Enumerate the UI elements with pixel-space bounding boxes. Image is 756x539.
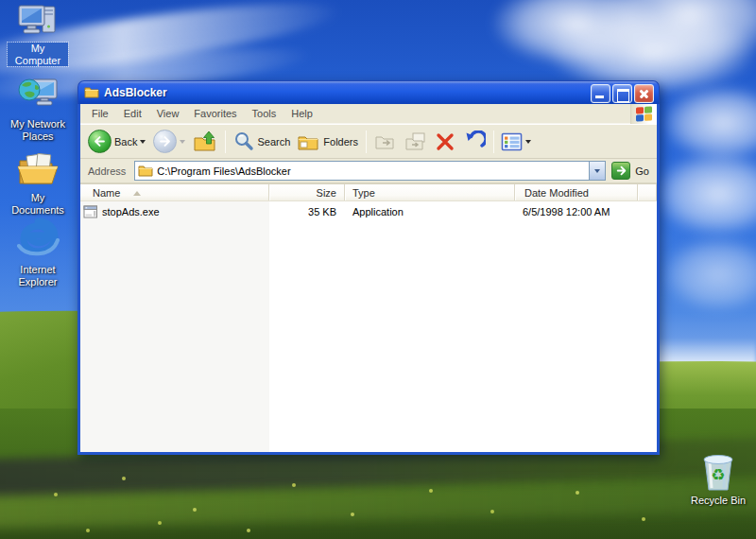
forward-circle-icon <box>153 130 177 153</box>
move-to-icon <box>374 131 397 152</box>
file-size: 35 KB <box>269 206 345 217</box>
desktop-icon-recycle-bin[interactable]: ♻ Recycle Bin <box>686 454 750 507</box>
toolbar: Back <box>80 124 657 159</box>
desktop: My Computer My Network Places <box>0 0 756 539</box>
search-label: Search <box>257 136 290 148</box>
go-arrow-icon <box>615 165 627 177</box>
address-bar: Address C:\Program Files\AdsBlocker <box>80 159 657 184</box>
desktop-icon-internet-explorer[interactable]: Internet Explorer <box>8 223 68 287</box>
toolbar-separator <box>225 130 226 153</box>
recycle-bin-icon: ♻ <box>699 454 737 492</box>
desktop-icon-label: Internet Explorer <box>8 264 68 287</box>
go-button[interactable] <box>611 162 630 180</box>
column-header-label: Size <box>317 187 336 199</box>
menu-tools[interactable]: Tools <box>245 105 284 122</box>
column-header-label: Name <box>93 187 120 199</box>
file-row[interactable]: stopAds.exe 35 KB Application 6/5/1998 1… <box>80 203 657 220</box>
toolbar-separator <box>493 130 494 153</box>
menu-file[interactable]: File <box>84 105 116 122</box>
application-file-icon <box>83 204 98 219</box>
up-button[interactable] <box>189 130 221 154</box>
delete-x-icon <box>435 131 455 152</box>
go-group: Go <box>611 162 649 180</box>
address-dropdown-button[interactable] <box>589 162 605 180</box>
back-button[interactable]: Back <box>84 130 149 153</box>
file-name: stopAds.exe <box>102 206 160 217</box>
sorted-column-shade <box>80 201 269 452</box>
views-grid-icon <box>501 131 523 152</box>
back-circle-icon <box>88 130 112 153</box>
address-value: C:\Program Files\AdsBlocker <box>157 165 589 177</box>
explorer-window: AdsBlocker File Edit View Favorites Tool… <box>77 80 660 455</box>
window-body: File Edit View Favorites Tools Help <box>77 104 660 455</box>
desktop-icon-label: My Computer <box>8 43 68 66</box>
folders-icon <box>298 131 320 152</box>
cloud <box>652 85 756 255</box>
title-bar[interactable]: AdsBlocker <box>77 80 660 104</box>
column-header-name[interactable]: Name <box>80 184 269 200</box>
menu-favorites[interactable]: Favorites <box>186 105 244 122</box>
column-headers: Name Size Type Date Modified <box>80 184 657 201</box>
svg-text:♻: ♻ <box>711 465 725 484</box>
desktop-icon-my-network-places[interactable]: My Network Places <box>8 78 68 142</box>
column-header-filler <box>638 184 657 200</box>
my-documents-icon <box>16 151 60 189</box>
close-button[interactable] <box>634 84 654 103</box>
folders-button[interactable]: Folders <box>294 131 362 152</box>
desktop-icon-my-documents[interactable]: My Documents <box>8 151 68 216</box>
toolbar-separator <box>366 130 367 153</box>
desktop-icon-label: My Network Places <box>8 118 68 142</box>
desktop-icon-label: Recycle Bin <box>691 495 746 507</box>
folders-label: Folders <box>323 136 358 148</box>
menu-edit[interactable]: Edit <box>116 105 149 122</box>
my-network-places-icon <box>17 78 59 115</box>
window-title: AdsBlocker <box>104 86 167 99</box>
go-label: Go <box>635 165 649 177</box>
windows-logo-panel <box>630 104 657 124</box>
forward-button[interactable] <box>149 130 189 153</box>
menu-bar: File Edit View Favorites Tools Help <box>80 104 657 124</box>
minimize-button[interactable] <box>591 84 610 103</box>
column-header-date-modified[interactable]: Date Modified <box>515 184 638 200</box>
my-computer-icon <box>18 2 58 40</box>
maximize-button[interactable] <box>612 84 632 103</box>
views-dropdown-caret-icon[interactable] <box>525 140 531 144</box>
address-input[interactable]: C:\Program Files\AdsBlocker <box>134 161 606 181</box>
column-header-size[interactable]: Size <box>269 184 345 200</box>
cloud <box>662 236 756 322</box>
search-button[interactable]: Search <box>230 131 294 152</box>
windows-logo-icon <box>636 106 652 121</box>
sort-ascending-icon <box>133 191 141 196</box>
undo-arrow-icon <box>463 130 486 153</box>
desktop-icon-label: My Documents <box>8 192 68 216</box>
move-to-button[interactable] <box>370 131 401 152</box>
undo-button[interactable] <box>459 130 490 153</box>
back-label: Back <box>114 136 137 148</box>
search-magnifier-icon <box>233 131 254 152</box>
column-header-type[interactable]: Type <box>345 184 515 200</box>
column-header-label: Type <box>352 187 375 199</box>
up-folder-icon <box>193 130 217 154</box>
file-date-modified: 6/5/1998 12:00 AM <box>515 206 638 217</box>
flower-dots <box>0 0 2 2</box>
copy-to-icon <box>404 131 427 152</box>
menu-view[interactable]: View <box>149 105 187 122</box>
column-header-label: Date Modified <box>524 187 589 199</box>
internet-explorer-icon <box>16 223 60 261</box>
copy-to-button[interactable] <box>401 131 431 152</box>
back-dropdown-caret-icon[interactable] <box>140 140 146 144</box>
folder-icon <box>84 85 99 100</box>
file-type: Application <box>345 206 515 217</box>
delete-button[interactable] <box>431 131 459 152</box>
forward-dropdown-caret-icon <box>180 140 185 144</box>
chevron-down-icon <box>594 169 600 173</box>
desktop-icon-my-computer[interactable]: My Computer <box>8 2 68 66</box>
views-button[interactable] <box>498 131 534 152</box>
menu-help[interactable]: Help <box>284 105 320 122</box>
folder-icon <box>138 164 153 179</box>
address-label: Address <box>80 165 134 177</box>
file-list-area: Name Size Type Date Modified <box>80 184 657 452</box>
